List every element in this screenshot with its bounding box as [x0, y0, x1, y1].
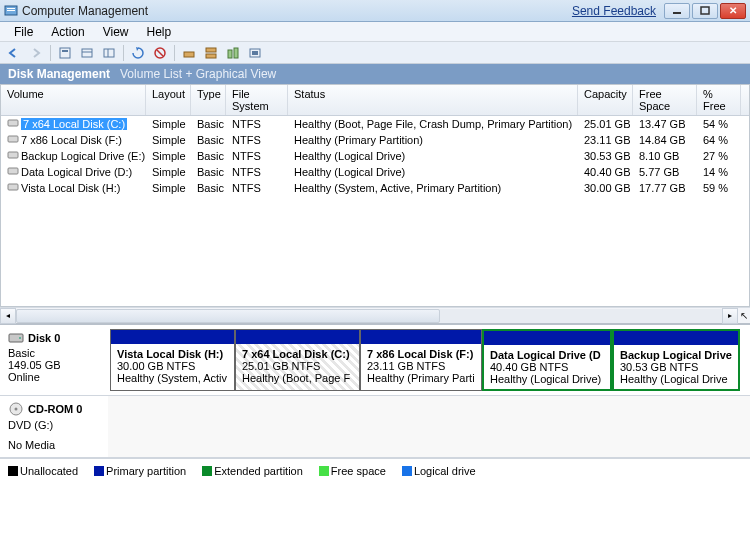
partition-status: Healthy (System, Activ [117, 372, 228, 384]
partition-header [484, 331, 610, 345]
toolbar-icon-8[interactable] [223, 44, 243, 62]
svg-rect-15 [206, 54, 216, 58]
col-filesystem[interactable]: File System [226, 85, 288, 115]
disk-0-row: Disk 0 Basic 149.05 GB Online Vista Loca… [0, 325, 750, 396]
col-pct-free[interactable]: % Free [697, 85, 741, 115]
volume-row[interactable]: Data Logical Drive (D:)SimpleBasicNTFSHe… [1, 164, 749, 180]
menu-view[interactable]: View [95, 23, 137, 41]
swatch-free [319, 466, 329, 476]
partition-status: Healthy (Logical Drive) [490, 373, 604, 385]
minimize-button[interactable] [664, 3, 690, 19]
volume-status: Healthy (Logical Drive) [288, 149, 578, 163]
volume-icon [7, 182, 19, 194]
partition[interactable]: 7 x86 Local Disk (F:)23.11 GB NTFSHealth… [360, 329, 482, 391]
toolbar-icon-5[interactable] [150, 44, 170, 62]
partition-size: 30.53 GB NTFS [620, 361, 732, 373]
partition[interactable]: Data Logical Drive (D40.40 GB NTFSHealth… [482, 329, 612, 391]
col-layout[interactable]: Layout [146, 85, 191, 115]
scroll-right-arrow[interactable]: ▸ [722, 308, 738, 324]
toolbar-icon-9[interactable] [245, 44, 265, 62]
volume-row[interactable]: 7 x86 Local Disk (F:)SimpleBasicNTFSHeal… [1, 132, 749, 148]
svg-rect-13 [184, 52, 194, 57]
svg-rect-19 [252, 51, 258, 55]
volume-fs: NTFS [226, 165, 288, 179]
volume-icon [7, 134, 19, 146]
toolbar [0, 42, 750, 64]
volume-type: Basic [191, 149, 226, 163]
scroll-left-arrow[interactable]: ◂ [0, 308, 16, 324]
volume-row[interactable]: Vista Local Disk (H:)SimpleBasicNTFSHeal… [1, 180, 749, 196]
svg-rect-6 [62, 50, 68, 52]
swatch-extended [202, 466, 212, 476]
cdrom-empty [108, 396, 750, 457]
svg-point-26 [19, 337, 21, 339]
col-volume[interactable]: Volume [1, 85, 146, 115]
volume-pct: 14 % [697, 165, 741, 179]
svg-rect-17 [234, 48, 238, 58]
toolbar-icon-6[interactable] [179, 44, 199, 62]
volume-row[interactable]: 7 x64 Local Disk (C:)SimpleBasicNTFSHeal… [1, 116, 749, 132]
volume-icon [7, 118, 19, 130]
partition[interactable]: 7 x64 Local Disk (C:)25.01 GB NTFSHealth… [235, 329, 360, 391]
close-button[interactable]: ✕ [720, 3, 746, 19]
toolbar-icon-7[interactable] [201, 44, 221, 62]
col-status[interactable]: Status [288, 85, 578, 115]
app-icon [4, 4, 18, 18]
svg-rect-20 [8, 120, 18, 126]
volume-capacity: 30.53 GB [578, 149, 633, 163]
svg-rect-3 [673, 12, 681, 14]
partition-header [236, 330, 359, 344]
partition[interactable]: Vista Local Disk (H:)30.00 GB NTFSHealth… [110, 329, 235, 391]
volume-status: Healthy (Boot, Page File, Crash Dump, Pr… [288, 117, 578, 131]
volume-name: Backup Logical Drive (E:) [21, 150, 145, 162]
toolbar-icon-1[interactable] [55, 44, 75, 62]
svg-rect-16 [228, 50, 232, 58]
menu-action[interactable]: Action [43, 23, 92, 41]
svg-rect-2 [7, 10, 15, 11]
partition[interactable]: Backup Logical Drive30.53 GB NTFSHealthy… [612, 329, 740, 391]
menu-help[interactable]: Help [139, 23, 180, 41]
volume-free: 13.47 GB [633, 117, 697, 131]
volume-free: 17.77 GB [633, 181, 697, 195]
scroll-thumb[interactable] [16, 309, 440, 323]
disk-0-size: 149.05 GB [8, 359, 100, 371]
col-free-space[interactable]: Free Space [633, 85, 697, 115]
refresh-button[interactable] [128, 44, 148, 62]
partition-status: Healthy (Logical Drive [620, 373, 732, 385]
volume-type: Basic [191, 181, 226, 195]
toolbar-icon-3[interactable] [99, 44, 119, 62]
disk-0-name: Disk 0 [28, 332, 60, 344]
scroll-track[interactable] [16, 309, 722, 323]
svg-rect-24 [8, 184, 18, 190]
title-bar: Computer Management Send Feedback ✕ [0, 0, 750, 22]
volume-fs: NTFS [226, 133, 288, 147]
cdrom-row: CD-ROM 0 DVD (G:) No Media [0, 396, 750, 458]
svg-line-12 [157, 50, 163, 56]
partition-size: 30.00 GB NTFS [117, 360, 228, 372]
back-button[interactable] [4, 44, 24, 62]
legend-free: Free space [331, 465, 386, 477]
send-feedback-link[interactable]: Send Feedback [572, 4, 656, 18]
volume-status: Healthy (Primary Partition) [288, 133, 578, 147]
partition-header [111, 330, 234, 344]
forward-button[interactable] [26, 44, 46, 62]
partition-header [614, 331, 738, 345]
svg-rect-4 [701, 7, 709, 14]
disk-0-label[interactable]: Disk 0 Basic 149.05 GB Online [0, 325, 108, 395]
cdrom-state: No Media [8, 439, 100, 451]
partition-status: Healthy (Primary Parti [367, 372, 475, 384]
volume-row[interactable]: Backup Logical Drive (E:)SimpleBasicNTFS… [1, 148, 749, 164]
toolbar-icon-2[interactable] [77, 44, 97, 62]
partition-status: Healthy (Boot, Page F [242, 372, 353, 384]
horizontal-scrollbar[interactable]: ◂ ▸ ↖ [0, 307, 750, 323]
col-capacity[interactable]: Capacity [578, 85, 633, 115]
volume-type: Basic [191, 133, 226, 147]
maximize-button[interactable] [692, 3, 718, 19]
svg-rect-14 [206, 48, 216, 52]
volume-layout: Simple [146, 117, 191, 131]
cdrom-label[interactable]: CD-ROM 0 DVD (G:) No Media [0, 396, 108, 457]
col-type[interactable]: Type [191, 85, 226, 115]
svg-point-28 [15, 408, 18, 411]
menu-file[interactable]: File [6, 23, 41, 41]
cursor-icon: ↖ [738, 309, 750, 323]
